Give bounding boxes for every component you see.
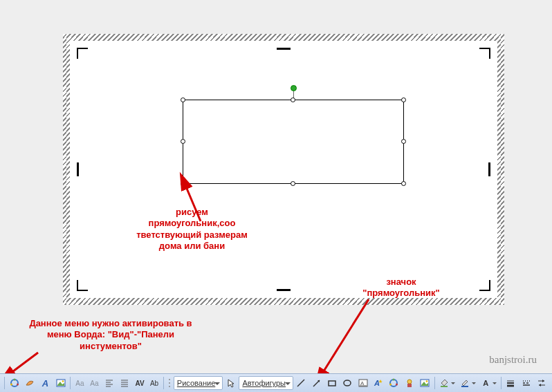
watermark: banjstroi.ru bbox=[489, 354, 537, 366]
svg-text:A: A bbox=[374, 379, 380, 387]
align-justify-icon bbox=[120, 377, 130, 389]
text-effect-icon: Aa bbox=[90, 380, 98, 387]
dropdown-arrow-icon bbox=[493, 382, 497, 386]
fill-color-button[interactable] bbox=[437, 376, 457, 390]
svg-point-18 bbox=[169, 379, 170, 380]
fill-bucket-icon bbox=[439, 377, 450, 389]
svg-point-26 bbox=[344, 380, 351, 386]
svg-point-9 bbox=[62, 380, 64, 382]
svg-marker-51 bbox=[539, 384, 541, 386]
svg-point-19 bbox=[169, 382, 170, 384]
align-left-icon bbox=[104, 377, 114, 389]
line-color-icon bbox=[460, 377, 470, 389]
insert-clipart-button[interactable] bbox=[402, 376, 416, 390]
textbox-tool-button[interactable]: A bbox=[356, 376, 370, 390]
align-justify-button[interactable] bbox=[118, 376, 132, 390]
crop-mark-tr bbox=[479, 48, 490, 59]
autoshapes-menu[interactable]: Автофигуры bbox=[239, 376, 293, 390]
resize-handle-br[interactable] bbox=[401, 181, 406, 186]
crop-mark-tl bbox=[77, 48, 88, 59]
svg-point-39 bbox=[426, 380, 428, 382]
svg-point-5 bbox=[17, 384, 19, 386]
insert-diagram-button[interactable] bbox=[387, 376, 401, 390]
line-tool-button[interactable] bbox=[294, 376, 309, 390]
arrow-style-icon bbox=[537, 377, 547, 389]
rotation-handle[interactable] bbox=[291, 85, 297, 91]
toolbar-separator bbox=[70, 377, 71, 389]
toolbar-separator bbox=[163, 377, 164, 389]
paint-button[interactable] bbox=[22, 376, 37, 390]
paint-icon bbox=[24, 377, 35, 389]
picture-icon bbox=[55, 377, 66, 389]
arrow-icon bbox=[311, 377, 322, 389]
edge-mark-bottom bbox=[277, 289, 291, 291]
svg-rect-25 bbox=[329, 381, 335, 386]
line-icon bbox=[296, 377, 306, 389]
annotation-icon-label: значок "прямоугольник" bbox=[353, 277, 450, 299]
line-color-button[interactable] bbox=[458, 376, 478, 390]
toolbar-separator bbox=[4, 377, 5, 389]
rectangle-tool-button[interactable] bbox=[324, 376, 339, 390]
edge-mark-left bbox=[77, 162, 79, 176]
svg-line-2 bbox=[322, 299, 369, 373]
svg-point-33 bbox=[396, 384, 398, 386]
textbox-icon: A bbox=[358, 377, 368, 389]
insert-wordart-button[interactable]: A bbox=[371, 376, 385, 390]
resize-handle-tr[interactable] bbox=[401, 97, 406, 102]
toolbar-separator bbox=[434, 377, 435, 389]
crop-mark-br bbox=[479, 280, 490, 291]
autoshapes-menu-label: Автофигуры bbox=[242, 379, 286, 387]
dropdown-arrow-icon bbox=[451, 382, 455, 386]
diagram-icon bbox=[389, 377, 399, 389]
oval-tool-button[interactable] bbox=[340, 376, 355, 390]
font-color-button[interactable]: A bbox=[479, 376, 499, 390]
resize-handle-bl[interactable] bbox=[181, 181, 185, 186]
svg-point-32 bbox=[393, 379, 395, 381]
char-spacing-button[interactable]: AV bbox=[133, 376, 147, 390]
line-weight-button[interactable] bbox=[504, 376, 518, 390]
svg-line-1 bbox=[10, 353, 38, 373]
oval-icon bbox=[342, 377, 353, 389]
selected-rectangle-shape[interactable] bbox=[183, 100, 404, 184]
resize-handle-ml[interactable] bbox=[181, 139, 185, 144]
resize-handle-tl[interactable] bbox=[181, 97, 185, 102]
arrow-tool-button[interactable] bbox=[309, 376, 324, 390]
text-effect-icon: Aa bbox=[75, 380, 84, 387]
dropdown-arrow-icon bbox=[472, 382, 476, 386]
svg-point-6 bbox=[10, 384, 12, 386]
svg-point-20 bbox=[169, 386, 170, 387]
drawing-toolbar: A Aa Aa AV Ab Рисование Автофигуры A A A bbox=[0, 373, 552, 392]
wordart-button[interactable]: A bbox=[38, 376, 53, 390]
textcase-button[interactable]: Ab bbox=[147, 376, 161, 390]
grip-icon bbox=[168, 377, 171, 389]
text-effect-button-1[interactable]: Aa bbox=[73, 376, 86, 390]
edge-mark-top bbox=[277, 48, 291, 50]
image-icon bbox=[419, 377, 430, 389]
dash-style-button[interactable] bbox=[519, 376, 533, 390]
font-color-icon: A bbox=[481, 377, 491, 389]
insert-image-button[interactable] bbox=[417, 376, 432, 390]
arrow-style-button[interactable] bbox=[535, 376, 549, 390]
toolbar-grip[interactable] bbox=[166, 376, 173, 390]
text-effect-button-2[interactable]: Aa bbox=[87, 376, 101, 390]
draw-menu[interactable]: Рисование bbox=[174, 376, 223, 390]
line-weight-icon bbox=[506, 377, 516, 389]
rectangle-icon bbox=[326, 377, 337, 389]
svg-rect-36 bbox=[407, 384, 412, 387]
resize-handle-tm[interactable] bbox=[291, 97, 295, 102]
diagram-button[interactable] bbox=[7, 376, 21, 390]
resize-handle-mr[interactable] bbox=[401, 139, 406, 144]
annotation-shape-label: рисуем прямоугольник,соо тветствующий ра… bbox=[135, 207, 249, 252]
svg-rect-40 bbox=[441, 386, 448, 387]
svg-point-34 bbox=[389, 384, 392, 386]
select-objects-button[interactable] bbox=[223, 376, 238, 390]
align-left-button[interactable] bbox=[102, 376, 116, 390]
toolbar-separator bbox=[501, 377, 502, 389]
char-spacing-icon: AV bbox=[135, 380, 144, 387]
annotation-menu-label: Данное меню нужно активировать в меню Во… bbox=[21, 318, 201, 352]
crop-mark-bl bbox=[77, 280, 88, 291]
resize-handle-bm[interactable] bbox=[291, 181, 295, 186]
insert-picture-button[interactable] bbox=[53, 376, 68, 390]
svg-line-22 bbox=[297, 380, 304, 386]
draw-menu-label: Рисование bbox=[177, 379, 215, 387]
